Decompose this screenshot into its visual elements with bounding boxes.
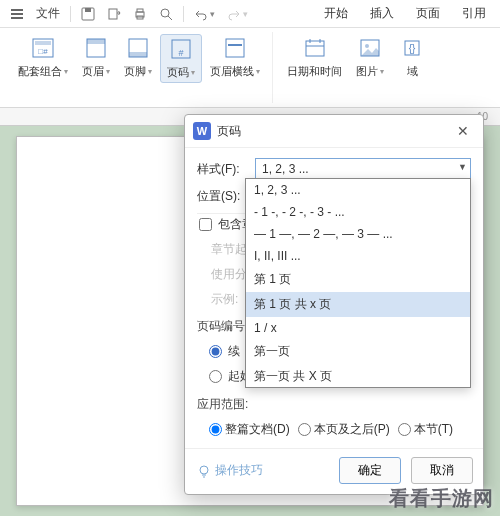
footer-icon [124, 36, 152, 60]
tips-label: 操作技巧 [215, 462, 263, 479]
app-w-icon: W [193, 122, 211, 140]
scope-section-label: 本节(T) [414, 421, 453, 438]
svg-line-10 [168, 16, 172, 20]
svg-rect-17 [129, 52, 147, 57]
headerline-button[interactable]: 页眉横线▾ [204, 34, 266, 83]
scope-radio-group: 整篇文档(D) 本页及之后(P) 本节(T) [197, 421, 471, 438]
picture-button[interactable]: 图片▾ [350, 34, 390, 81]
continue-radio[interactable] [209, 345, 222, 358]
style-combo[interactable]: 1, 2, 3 ... ▼ [255, 158, 471, 180]
style-option[interactable]: - 1 -, - 2 -, - 3 - ... [246, 201, 470, 223]
ribbon-group-insert: 日期和时间 图片▾ {} 域 [275, 32, 438, 103]
print-icon[interactable] [127, 5, 153, 23]
scope-thispage-label: 本页及之后(P) [314, 421, 390, 438]
footer-button[interactable]: 页脚▾ [118, 34, 158, 83]
style-dropdown[interactable]: 1, 2, 3 ...- 1 -, - 2 -, - 3 - ...— 1 —,… [245, 178, 471, 388]
dialog-title: 页码 [217, 123, 451, 140]
picture-icon [356, 36, 384, 60]
style-option[interactable]: 1, 2, 3 ... [246, 179, 470, 201]
pagenumber-dialog: W 页码 ✕ 样式(F): 1, 2, 3 ... ▼ 1, 2, 3 ...-… [184, 114, 484, 495]
style-combo-value[interactable]: 1, 2, 3 ... [255, 158, 471, 180]
redo-icon[interactable]: ▾ [221, 5, 254, 23]
watermark-text: 看看手游网 [389, 485, 494, 512]
svg-rect-15 [87, 39, 105, 44]
continue-label: 续 [228, 343, 240, 360]
style-option[interactable]: I, II, III ... [246, 245, 470, 267]
style-option[interactable]: — 1 —, — 2 —, — 3 — ... [246, 223, 470, 245]
calendar-icon [301, 36, 329, 60]
style-option[interactable]: 第 1 页 共 x 页 [246, 292, 470, 317]
export-icon[interactable] [101, 5, 127, 23]
datetime-button[interactable]: 日期和时间 [281, 34, 348, 81]
svg-text:#: # [178, 48, 183, 58]
position-label: 位置(S): [197, 188, 249, 205]
pagenumber-button[interactable]: # 页码▾ [160, 34, 202, 83]
tab-page[interactable]: 页面 [406, 1, 450, 26]
svg-rect-7 [137, 9, 143, 12]
svg-point-9 [161, 9, 169, 17]
chevron-down-icon: ▼ [458, 162, 467, 172]
preview-icon[interactable] [153, 5, 179, 23]
ribbon-group-headerfooter: □# 配套组合▾ 页眉▾ 页脚▾ # 页码▾ [6, 32, 273, 103]
svg-point-30 [200, 466, 208, 474]
scope-section-radio[interactable] [398, 423, 411, 436]
scope-whole-radio[interactable] [209, 423, 222, 436]
tab-start[interactable]: 开始 [314, 1, 358, 26]
style-option[interactable]: 1 / x [246, 317, 470, 339]
svg-rect-20 [226, 39, 244, 57]
divider [70, 6, 71, 22]
field-button[interactable]: {} 域 [392, 34, 432, 81]
dialog-titlebar: W 页码 ✕ [185, 115, 483, 148]
svg-rect-22 [306, 41, 324, 56]
menu-bar: 文件 ▾ ▾ 开始 插入 页面 引用 [0, 0, 500, 28]
chapter-start-label: 章节起 [197, 241, 249, 258]
style-option[interactable]: 第 1 页 [246, 267, 470, 292]
separator-label: 使用分 [197, 266, 249, 283]
undo-icon[interactable]: ▾ [188, 5, 221, 23]
scope-whole-label: 整篇文档(D) [225, 421, 290, 438]
ok-button[interactable]: 确定 [339, 457, 401, 484]
scope-thispage-radio[interactable] [298, 423, 311, 436]
svg-rect-4 [85, 8, 91, 12]
example-label: 示例: [197, 291, 249, 308]
menu-file[interactable]: 文件 [30, 3, 66, 24]
svg-text:□#: □# [38, 47, 48, 56]
header-button[interactable]: 页眉▾ [76, 34, 116, 83]
close-icon[interactable]: ✕ [451, 121, 475, 141]
combo-icon: □# [29, 36, 57, 60]
svg-point-27 [365, 44, 369, 48]
tab-reference[interactable]: 引用 [452, 1, 496, 26]
scope-section-label: 应用范围: [197, 396, 471, 413]
pagenumber-icon: # [167, 37, 195, 61]
start-at-radio[interactable] [209, 370, 222, 383]
header-icon [82, 36, 110, 60]
save-icon[interactable] [75, 5, 101, 23]
style-option[interactable]: 第一页 [246, 339, 470, 364]
include-chapter-checkbox[interactable] [199, 218, 212, 231]
svg-rect-12 [35, 41, 51, 45]
headerline-icon [221, 36, 249, 60]
app-menu-icon[interactable] [4, 5, 30, 23]
combo-template-button[interactable]: □# 配套组合▾ [12, 34, 74, 83]
divider [183, 6, 184, 22]
svg-rect-0 [11, 9, 23, 11]
svg-rect-2 [11, 17, 23, 19]
tab-insert[interactable]: 插入 [360, 1, 404, 26]
svg-rect-5 [109, 9, 117, 19]
style-option[interactable]: 第一页 共 X 页 [246, 364, 470, 388]
tips-link[interactable]: 操作技巧 [197, 462, 329, 479]
cancel-button[interactable]: 取消 [411, 457, 473, 484]
dialog-body: 样式(F): 1, 2, 3 ... ▼ 1, 2, 3 ...- 1 -, -… [185, 148, 483, 448]
style-row: 样式(F): 1, 2, 3 ... ▼ [197, 158, 471, 180]
svg-text:{}: {} [409, 43, 416, 54]
svg-rect-1 [11, 13, 23, 15]
ribbon: □# 配套组合▾ 页眉▾ 页脚▾ # 页码▾ [0, 28, 500, 108]
lightbulb-icon [197, 464, 211, 478]
ribbon-tabs: 开始 插入 页面 引用 [314, 1, 496, 26]
style-label: 样式(F): [197, 161, 249, 178]
field-icon: {} [398, 36, 426, 60]
